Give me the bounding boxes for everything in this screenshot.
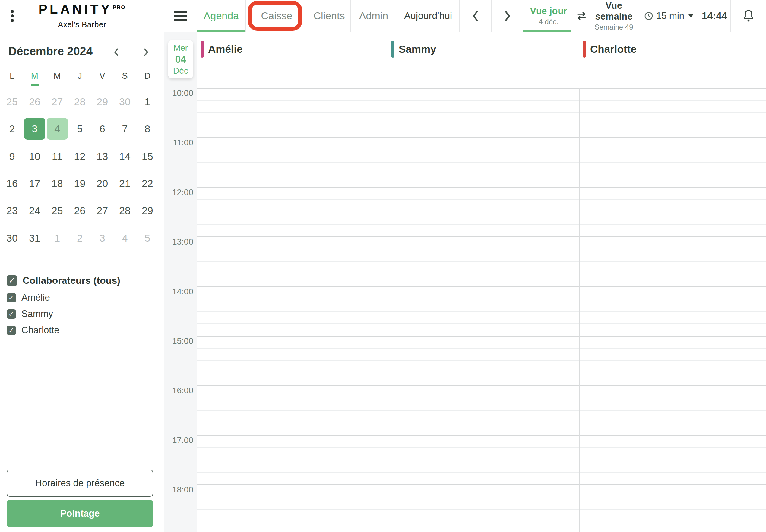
calendar-day[interactable]: 16 bbox=[2, 173, 23, 194]
calendar-day[interactable]: 20 bbox=[92, 173, 113, 194]
column-color-bar bbox=[391, 41, 394, 58]
calendar-day[interactable]: 26 bbox=[24, 91, 45, 112]
chip-month: Déc bbox=[173, 65, 188, 76]
tab-caisse[interactable]: Caisse bbox=[246, 0, 308, 32]
tab-label: Clients bbox=[314, 10, 345, 22]
hour-line bbox=[197, 187, 766, 188]
calendar-day[interactable]: 30 bbox=[2, 227, 23, 249]
previous-day-button[interactable] bbox=[460, 0, 492, 32]
calendar-day[interactable]: 8 bbox=[137, 118, 158, 140]
column-color-bar bbox=[201, 41, 204, 58]
tab-label: Admin bbox=[359, 10, 388, 22]
today-button[interactable]: Aujourd'hui bbox=[404, 10, 452, 21]
next-day-button[interactable] bbox=[492, 0, 523, 32]
calendar-day[interactable]: 21 bbox=[114, 173, 135, 194]
collaborator-row[interactable]: ✓Amélie bbox=[7, 292, 50, 303]
column-header-2: Charlotte bbox=[583, 41, 637, 58]
swap-view-button[interactable] bbox=[574, 11, 589, 21]
time-gutter bbox=[164, 32, 197, 532]
calendar-day-selected[interactable]: 3 bbox=[24, 118, 45, 140]
calendar-day[interactable]: 31 bbox=[24, 227, 45, 249]
calendar-day[interactable]: 27 bbox=[92, 200, 113, 221]
calendar-day-today[interactable]: 4 bbox=[47, 118, 68, 140]
calendar-day[interactable]: 30 bbox=[114, 91, 135, 112]
tab-admin[interactable]: Admin bbox=[351, 0, 397, 32]
calendar-day[interactable]: 18 bbox=[47, 173, 68, 194]
hour-line bbox=[197, 286, 766, 287]
active-view-underline bbox=[523, 30, 571, 32]
calendar-day[interactable]: 28 bbox=[69, 91, 90, 112]
collaborator-row[interactable]: ✓Charlotte bbox=[7, 325, 59, 336]
calendar-day[interactable]: 14 bbox=[114, 145, 135, 167]
calendar-day[interactable]: 13 bbox=[92, 145, 113, 167]
presence-hours-button[interactable]: Horaires de présence bbox=[7, 470, 153, 497]
notifications-button[interactable] bbox=[731, 0, 766, 32]
today-zone: Aujourd'hui bbox=[397, 0, 460, 32]
collaborator-checkbox[interactable]: ✓ bbox=[7, 326, 16, 335]
calendar-day[interactable]: 29 bbox=[92, 91, 113, 112]
calendar-day[interactable]: 9 bbox=[2, 145, 23, 167]
calendar-day[interactable]: 15 bbox=[137, 145, 158, 167]
calendar-day[interactable]: 23 bbox=[2, 200, 23, 221]
quarter-line bbox=[197, 447, 766, 448]
brand-pro-badge: PRO bbox=[113, 5, 126, 10]
hamburger-menu-icon[interactable] bbox=[174, 11, 187, 21]
calendar-day[interactable]: 2 bbox=[69, 227, 90, 249]
calendar-day[interactable]: 7 bbox=[114, 118, 135, 140]
view-day-button[interactable]: Vue jour 4 déc. bbox=[523, 6, 574, 26]
quarter-line bbox=[197, 522, 766, 522]
calendar-day[interactable]: 5 bbox=[69, 118, 90, 140]
calendar-day[interactable]: 2 bbox=[2, 118, 23, 140]
calendar-day[interactable]: 3 bbox=[92, 227, 113, 249]
swap-arrows-icon bbox=[575, 11, 588, 21]
tab-clients[interactable]: Clients bbox=[308, 0, 351, 32]
tab-agenda[interactable]: Agenda bbox=[197, 0, 246, 32]
calendar-day[interactable]: 17 bbox=[24, 173, 45, 194]
column-name: Charlotte bbox=[590, 43, 637, 55]
collaborator-row[interactable]: ✓Sammy bbox=[7, 309, 53, 319]
chip-day: 04 bbox=[175, 53, 186, 65]
quarter-line bbox=[197, 299, 766, 299]
chip-weekday: Mer bbox=[173, 43, 188, 53]
calendar-day[interactable]: 4 bbox=[114, 227, 135, 249]
calendar-day[interactable]: 25 bbox=[47, 200, 68, 221]
calendar-day[interactable]: 29 bbox=[137, 200, 158, 221]
calendar-day[interactable]: 6 bbox=[92, 118, 113, 140]
view-week-button[interactable]: Vue semaine Semaine 49 bbox=[589, 0, 639, 31]
collaborators-all-toggle[interactable]: ✓Collaborateurs (tous) bbox=[7, 275, 120, 286]
hour-label: 12:00 bbox=[164, 187, 193, 198]
calendar-day[interactable]: 1 bbox=[47, 227, 68, 249]
interval-select[interactable]: 15 min bbox=[639, 0, 698, 32]
calendar-day[interactable]: 19 bbox=[69, 173, 90, 194]
quarter-line bbox=[197, 150, 766, 150]
quarter-line bbox=[197, 199, 766, 200]
calendar-day[interactable]: 24 bbox=[24, 200, 45, 221]
calendar-day[interactable]: 22 bbox=[137, 173, 158, 194]
collaborator-checkbox[interactable]: ✓ bbox=[7, 309, 16, 319]
tab-label: Caisse bbox=[261, 10, 293, 22]
collaborator-checkbox[interactable]: ✓ bbox=[7, 293, 16, 302]
view-day-date: 4 déc. bbox=[523, 17, 574, 26]
calendar-day[interactable]: 26 bbox=[69, 200, 90, 221]
tab-label: Agenda bbox=[204, 10, 239, 22]
kebab-menu-icon[interactable] bbox=[11, 10, 14, 22]
hour-label: 17:00 bbox=[164, 435, 193, 446]
pointage-button[interactable]: Pointage bbox=[7, 500, 153, 527]
caret-down-icon bbox=[688, 14, 693, 17]
calendar-day[interactable]: 27 bbox=[47, 91, 68, 112]
calendar-day[interactable]: 11 bbox=[47, 145, 68, 167]
hour-label: 18:00 bbox=[164, 484, 193, 495]
calendar-day[interactable]: 5 bbox=[137, 227, 158, 249]
calendar-day[interactable]: 1 bbox=[137, 91, 158, 112]
quarter-line bbox=[197, 162, 766, 163]
quarter-line bbox=[197, 212, 766, 212]
calendar-day[interactable]: 10 bbox=[24, 145, 45, 167]
calendar-day[interactable]: 12 bbox=[69, 145, 90, 167]
hour-label: 15:00 bbox=[164, 336, 193, 347]
burger-zone bbox=[164, 0, 197, 32]
calendar-day[interactable]: 25 bbox=[2, 91, 23, 112]
column-divider bbox=[388, 88, 388, 532]
calendar-day[interactable]: 28 bbox=[114, 200, 135, 221]
view-day-label: Vue jour bbox=[523, 6, 574, 17]
collaborators-all-checkbox[interactable]: ✓ bbox=[7, 275, 17, 286]
